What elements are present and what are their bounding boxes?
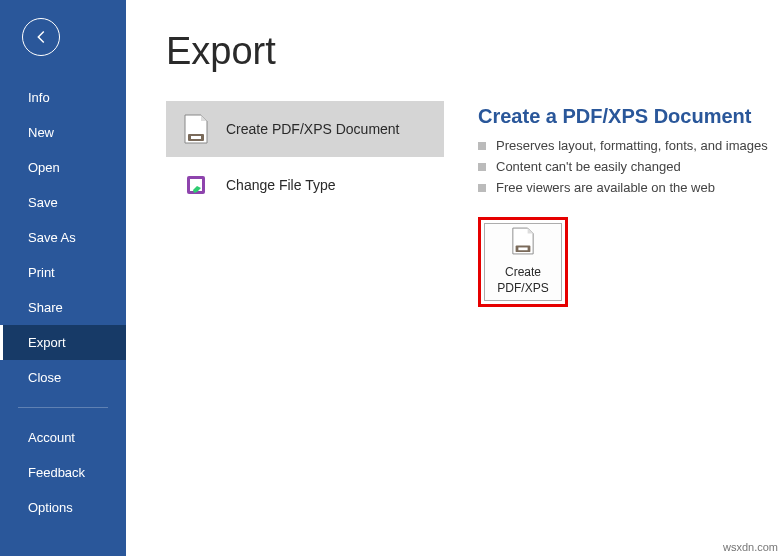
content-row: Create PDF/XPS Document Change File Type… bbox=[166, 101, 784, 307]
sidebar-item-feedback[interactable]: Feedback bbox=[0, 455, 126, 490]
svg-rect-5 bbox=[518, 248, 527, 251]
page-title: Export bbox=[166, 30, 784, 73]
sidebar-divider bbox=[18, 407, 108, 408]
bullet-item: Content can't be easily changed bbox=[478, 159, 784, 174]
export-detail-column: Create a PDF/XPS Document Preserves layo… bbox=[478, 101, 784, 307]
create-pdf-xps-button[interactable]: Create PDF/XPS bbox=[484, 223, 562, 301]
option-create-pdf-xps[interactable]: Create PDF/XPS Document bbox=[166, 101, 444, 157]
sidebar-item-save[interactable]: Save bbox=[0, 185, 126, 220]
svg-rect-1 bbox=[191, 136, 201, 139]
export-options-column: Create PDF/XPS Document Change File Type bbox=[166, 101, 444, 307]
action-button-label: Create PDF/XPS bbox=[485, 265, 561, 296]
pdf-document-icon bbox=[182, 115, 210, 143]
sidebar-item-new[interactable]: New bbox=[0, 115, 126, 150]
bullet-icon bbox=[478, 142, 486, 150]
back-button[interactable] bbox=[22, 18, 60, 56]
bullet-text: Preserves layout, formatting, fonts, and… bbox=[496, 138, 768, 153]
back-arrow-icon bbox=[32, 28, 50, 46]
sidebar-item-open[interactable]: Open bbox=[0, 150, 126, 185]
sidebar-item-close[interactable]: Close bbox=[0, 360, 126, 395]
highlighted-action-frame: Create PDF/XPS bbox=[478, 217, 568, 307]
detail-bullets: Preserves layout, formatting, fonts, and… bbox=[478, 138, 784, 195]
bullet-icon bbox=[478, 163, 486, 171]
pdf-document-icon bbox=[511, 227, 535, 259]
sidebar-item-account[interactable]: Account bbox=[0, 420, 126, 455]
option-change-file-type[interactable]: Change File Type bbox=[166, 157, 444, 213]
bullet-text: Content can't be easily changed bbox=[496, 159, 681, 174]
backstage-sidebar: Info New Open Save Save As Print Share E… bbox=[0, 0, 126, 556]
bullet-item: Preserves layout, formatting, fonts, and… bbox=[478, 138, 784, 153]
sidebar-item-save-as[interactable]: Save As bbox=[0, 220, 126, 255]
detail-title: Create a PDF/XPS Document bbox=[478, 105, 784, 128]
sidebar-item-export[interactable]: Export bbox=[0, 325, 126, 360]
option-label: Change File Type bbox=[226, 177, 335, 193]
sidebar-item-options[interactable]: Options bbox=[0, 490, 126, 525]
change-file-type-icon bbox=[182, 171, 210, 199]
sidebar-item-share[interactable]: Share bbox=[0, 290, 126, 325]
sidebar-item-print[interactable]: Print bbox=[0, 255, 126, 290]
bullet-icon bbox=[478, 184, 486, 192]
sidebar-item-info[interactable]: Info bbox=[0, 80, 126, 115]
main-panel: Export Create PDF/XPS Document Change Fi… bbox=[126, 0, 784, 556]
bullet-text: Free viewers are available on the web bbox=[496, 180, 715, 195]
bullet-item: Free viewers are available on the web bbox=[478, 180, 784, 195]
watermark: wsxdn.com bbox=[723, 541, 778, 553]
option-label: Create PDF/XPS Document bbox=[226, 121, 400, 137]
